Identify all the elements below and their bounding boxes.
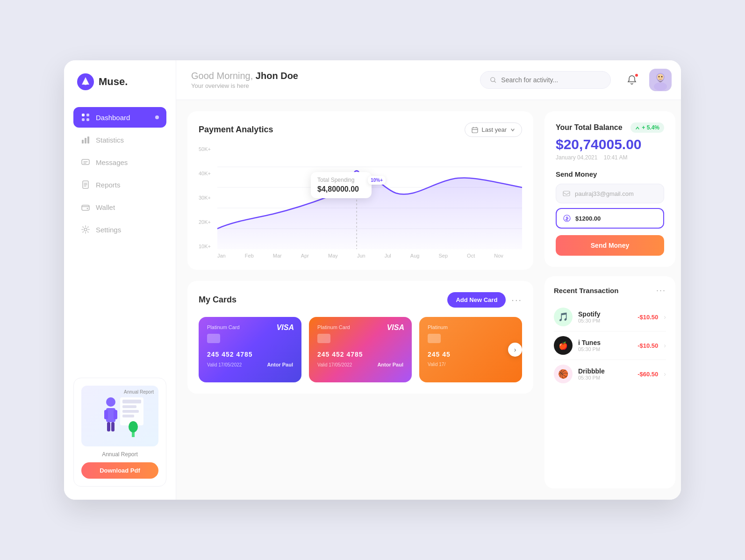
send-money-button[interactable]: Send Money — [556, 235, 664, 256]
cards-header: My Cards Add New Card ··· — [199, 292, 522, 308]
svg-point-26 — [129, 421, 138, 432]
dribbble-arrow[interactable]: › — [664, 370, 666, 378]
chart-tooltip: Total Spending $4,80000.00 10%+ — [311, 172, 372, 198]
period-label: Last year — [482, 126, 507, 133]
svg-point-12 — [87, 208, 88, 209]
chart-section: Payment Analytics Last year — [187, 111, 533, 270]
logo-icon — [77, 73, 94, 90]
transaction-dribbble-info: Dribbble 05:30 PM — [578, 367, 632, 381]
sidebar: Muse. Dashboard — [64, 60, 176, 500]
y-label-30k: 30K+ — [199, 195, 211, 201]
transactions-more-button[interactable]: ··· — [656, 286, 666, 295]
cards-title: My Cards — [199, 295, 236, 305]
svg-rect-42 — [563, 191, 570, 196]
transactions-card: Recent Transaction ··· 🎵 Spotify 05:30 P… — [544, 276, 675, 488]
user-avatar[interactable] — [649, 69, 672, 91]
spotify-amount: -$10.50 — [638, 314, 658, 321]
x-axis: Jan Feb Mar Apr May Jun Jul Aug Sep Oct … — [199, 249, 522, 258]
x-apr: Apr — [301, 253, 309, 258]
sidebar-item-reports[interactable]: Reports — [73, 174, 166, 195]
svg-point-32 — [659, 76, 660, 78]
sidebar-item-dashboard[interactable]: Dashboard — [73, 107, 166, 128]
annual-report-label: Annual Report — [81, 451, 158, 458]
amount-field[interactable]: $1200.00 — [556, 208, 664, 229]
settings-label: Settings — [96, 226, 121, 234]
username: Jhon Doe — [256, 71, 298, 81]
cards-next-button[interactable]: › — [508, 343, 522, 357]
cards-actions: Add New Card ··· — [447, 292, 522, 308]
x-jul: Jul — [385, 253, 391, 258]
settings-icon — [81, 225, 90, 234]
transaction-spotify: 🎵 Spotify 05:30 PM -$10.50 › — [554, 303, 666, 331]
cards-more-button[interactable]: ··· — [511, 294, 522, 305]
svg-rect-22 — [122, 405, 136, 408]
y-label-40k: 40K+ — [199, 171, 211, 176]
chart-svg — [217, 146, 522, 249]
sidebar-bottom: Annual Report Annual Report Download Pdf — [73, 378, 166, 487]
notification-button[interactable] — [622, 70, 642, 90]
x-may: May — [328, 253, 338, 258]
transaction-spotify-info: Spotify 05:30 PM — [578, 310, 632, 323]
search-bar[interactable] — [480, 71, 611, 89]
x-oct: Oct — [467, 253, 475, 258]
svg-point-1 — [83, 80, 88, 85]
svg-rect-16 — [104, 410, 108, 419]
svg-rect-18 — [107, 422, 110, 431]
spotify-icon: 🎵 — [554, 308, 573, 326]
send-money-section: Send Money paulraj33@gmail.com — [556, 170, 664, 256]
sidebar-item-messages[interactable]: Messages — [73, 152, 166, 172]
calendar-icon — [472, 127, 478, 133]
annual-report-card: Annual Report Annual Report Download Pdf — [73, 378, 166, 487]
nav-menu: Dashboard Statistics — [73, 107, 166, 378]
card-2-valid: Valid 17/05/2022 — [317, 362, 352, 367]
period-selector[interactable]: Last year — [465, 122, 522, 137]
tooltip-value: $4,80000.00 — [317, 185, 365, 194]
header: Good Morning, Jhon Doe Your overview is … — [176, 60, 681, 100]
left-panel: Payment Analytics Last year — [187, 111, 533, 488]
card-2-footer: Valid 17/05/2022 Antor Paul — [317, 362, 403, 367]
card-1-holder: Antor Paul — [267, 362, 293, 367]
sidebar-item-settings[interactable]: Settings — [73, 219, 166, 240]
itunes-arrow[interactable]: › — [664, 342, 666, 349]
balance-badge: + 5.4% — [630, 122, 664, 133]
y-label-10k: 10K+ — [199, 244, 211, 249]
svg-rect-2 — [82, 114, 85, 116]
balance-date: January 04,2021 10:41 AM — [556, 154, 664, 161]
search-input[interactable] — [501, 76, 601, 84]
svg-rect-11 — [82, 205, 89, 210]
card-3-valid: Valid 17/ — [428, 362, 445, 367]
svg-rect-23 — [122, 410, 139, 413]
credit-card-1[interactable]: Platinum Card VISA 245 452 4785 Valid 17… — [199, 317, 301, 382]
x-mar: Mar — [273, 253, 282, 258]
svg-rect-3 — [86, 114, 89, 116]
balance-amount: $20,74005.00 — [556, 136, 664, 152]
svg-rect-17 — [114, 410, 117, 419]
cards-section: My Cards Add New Card ··· Platinum Card … — [187, 281, 533, 394]
spotify-arrow[interactable]: › — [664, 313, 666, 321]
x-aug: Aug — [410, 253, 420, 258]
credit-card-3[interactable]: Platinum 245 45 Valid 17/ — [419, 317, 522, 382]
svg-rect-4 — [82, 118, 85, 121]
add-card-button[interactable]: Add New Card — [447, 292, 506, 308]
x-sep: Sep — [438, 253, 448, 258]
chart-container: 50K+ 40K+ 30K+ 20K+ 10K+ — [199, 146, 522, 249]
download-pdf-button[interactable]: Download Pdf — [81, 462, 158, 479]
avatar-image — [649, 69, 672, 91]
amount-value: $1200.00 — [575, 215, 601, 222]
dollar-icon — [563, 215, 571, 222]
email-field[interactable]: paulraj33@gmail.com — [556, 184, 664, 203]
greeting-prefix: Good Morning, — [191, 71, 253, 81]
sidebar-item-statistics[interactable]: Statistics — [73, 129, 166, 150]
transaction-itunes: 🍎 i Tunes 05:30 PM -$10.50 › — [554, 331, 666, 360]
card-3-chip — [428, 334, 441, 343]
email-icon — [563, 190, 570, 197]
card-2-chip — [317, 334, 330, 343]
dribbble-name: Dribbble — [578, 367, 632, 375]
greeting-text: Good Morning, Jhon Doe — [191, 71, 469, 81]
report-card-title-overlay: Annual Report — [124, 389, 154, 395]
svg-rect-24 — [122, 415, 134, 417]
sidebar-item-wallet[interactable]: Wallet — [73, 197, 166, 217]
statistics-icon — [81, 135, 90, 144]
card-1-valid: Valid 17/05/2022 — [207, 362, 242, 367]
credit-card-2[interactable]: Platinum Card VISA 245 452 4785 Valid 17… — [309, 317, 412, 382]
